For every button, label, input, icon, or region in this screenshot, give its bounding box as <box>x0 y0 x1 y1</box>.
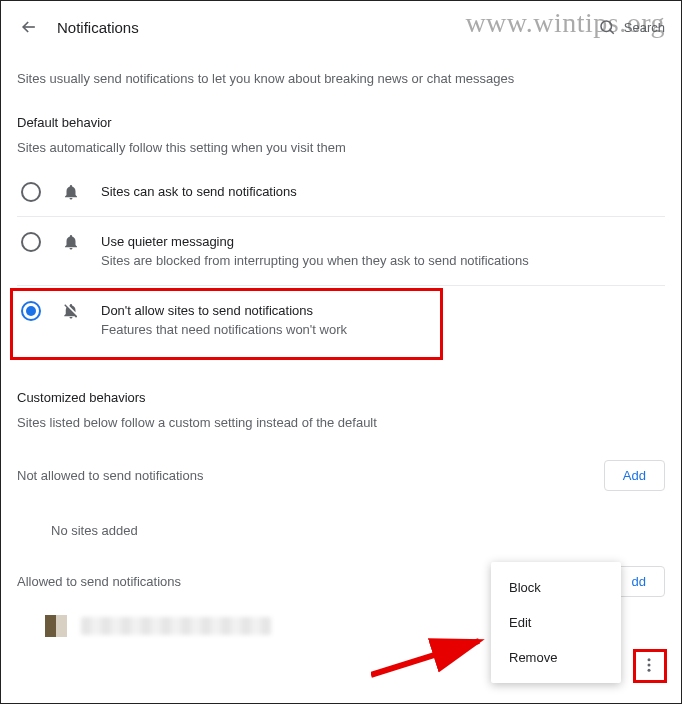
bell-off-icon <box>61 301 81 321</box>
not-allowed-empty: No sites added <box>17 497 665 556</box>
add-not-allowed-button[interactable]: Add <box>604 460 665 491</box>
allowed-label: Allowed to send notifications <box>17 574 181 589</box>
radio-dont-allow[interactable] <box>21 301 41 321</box>
svg-point-0 <box>601 21 612 32</box>
default-behavior-sub: Sites automatically follow this setting … <box>17 140 665 167</box>
option-quieter-desc: Sites are blocked from interrupting you … <box>101 251 529 271</box>
option-quieter-label: Use quieter messaging <box>101 232 529 252</box>
search-icon <box>598 18 616 36</box>
customized-heading: Customized behaviors <box>17 390 665 415</box>
site-favicon <box>45 615 67 637</box>
menu-item-block[interactable]: Block <box>491 570 621 605</box>
option-ask[interactable]: Sites can ask to send notifications <box>17 167 665 217</box>
search-label: Search <box>624 20 665 35</box>
default-behavior-heading: Default behavior <box>17 115 665 140</box>
radio-quieter[interactable] <box>21 232 41 252</box>
context-menu: Block Edit Remove <box>491 562 621 683</box>
svg-point-1 <box>648 658 651 661</box>
arrow-left-icon <box>19 17 39 37</box>
svg-point-3 <box>648 669 651 672</box>
svg-point-2 <box>648 664 651 667</box>
intro-text: Sites usually send notifications to let … <box>17 49 665 115</box>
option-ask-label: Sites can ask to send notifications <box>101 182 297 202</box>
bell-icon <box>61 232 81 252</box>
search-button[interactable]: Search <box>598 18 665 36</box>
option-quieter[interactable]: Use quieter messaging Sites are blocked … <box>17 217 665 286</box>
site-name-redacted <box>81 617 271 635</box>
site-more-button[interactable] <box>635 651 663 679</box>
menu-item-remove[interactable]: Remove <box>491 640 621 675</box>
page-title: Notifications <box>57 19 582 36</box>
not-allowed-label: Not allowed to send notifications <box>17 468 203 483</box>
option-dont-allow-label: Don't allow sites to send notifications <box>101 301 347 321</box>
more-vert-icon <box>640 656 658 674</box>
option-dont-allow[interactable]: Don't allow sites to send notifications … <box>17 286 665 354</box>
option-dont-allow-desc: Features that need notifications won't w… <box>101 320 347 340</box>
menu-item-edit[interactable]: Edit <box>491 605 621 640</box>
back-button[interactable] <box>17 15 41 39</box>
radio-ask[interactable] <box>21 182 41 202</box>
customized-sub: Sites listed below follow a custom setti… <box>17 415 665 442</box>
bell-icon <box>61 182 81 202</box>
